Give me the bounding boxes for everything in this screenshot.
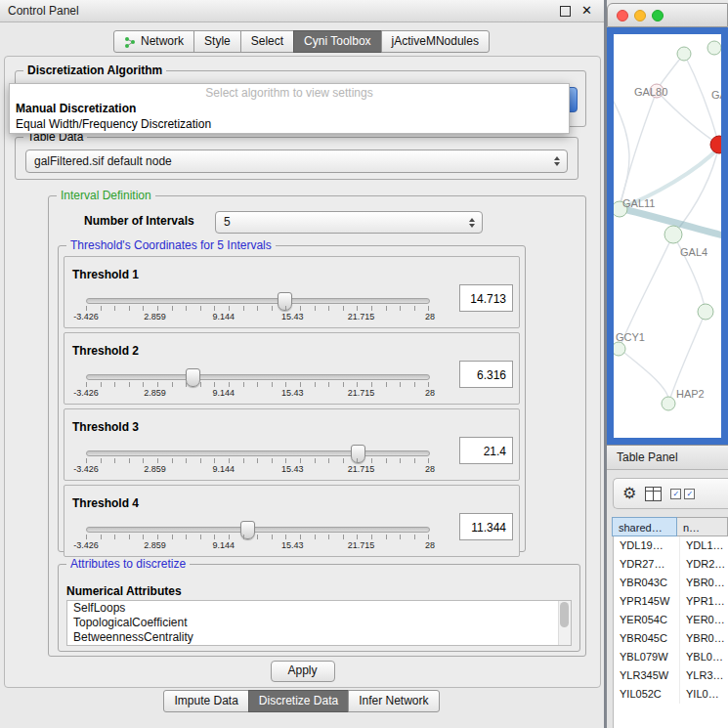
threshold-4-panel: Threshold 4 -3.4262.8599.14415.4321.7152…	[64, 485, 520, 557]
popup-item-equal-width-frequency[interactable]: Equal Width/Frequency Discretization	[10, 116, 569, 132]
tick-label: 9.144	[213, 312, 236, 321]
network-canvas[interactable]: GAL80 GA GAL11 GAL4 GCY1 HAP2	[614, 34, 721, 438]
tab-cyni-toolbox[interactable]: Cyni Toolbox	[293, 30, 381, 53]
network-node[interactable]	[614, 342, 625, 356]
table-cell[interactable]: YLR345W	[614, 666, 679, 685]
tick-label: 28	[425, 388, 435, 398]
threshold-3-slider[interactable]: -3.4262.8599.14415.4321.71528	[86, 445, 430, 476]
tab-infer-network[interactable]: Infer Network	[348, 690, 439, 712]
minimize-traffic-light[interactable]	[634, 10, 646, 21]
tick-label: -3.426	[73, 540, 99, 550]
network-node[interactable]	[664, 226, 682, 243]
list-item[interactable]: BetweennessCentrality	[67, 630, 571, 645]
discretization-algorithm-label: Discretization Algorithm	[23, 64, 166, 77]
table-cell[interactable]: YBL079W	[614, 648, 679, 666]
close-icon[interactable]: ✕	[581, 3, 592, 18]
table-cell[interactable]: YIL0…	[679, 685, 728, 704]
float-window-icon[interactable]	[560, 6, 571, 17]
table-cell[interactable]: YBR045C	[614, 629, 679, 648]
gear-icon[interactable]: ⚙	[622, 486, 636, 501]
close-traffic-light[interactable]	[617, 10, 628, 21]
tick-label: 9.144	[213, 464, 236, 474]
column-header-shared-name[interactable]: shared…	[612, 517, 677, 536]
network-node[interactable]	[707, 41, 721, 55]
table-row[interactable]: YDR27…YDR2…	[614, 555, 728, 574]
table-row[interactable]: YBR043CYBR0…	[614, 574, 728, 592]
slider-track[interactable]	[86, 527, 430, 533]
zoom-traffic-light[interactable]	[652, 10, 664, 21]
slider-ticks	[86, 382, 430, 387]
node-label-gal11: GAL11	[622, 197, 655, 209]
table-row[interactable]: YLR345WYLR3…	[614, 666, 728, 685]
table-cell[interactable]: YIL052C	[614, 685, 679, 704]
table-row[interactable]: YPR145WYPR1…	[614, 592, 728, 611]
network-view-window: GAL80 GA GAL11 GAL4 GCY1 HAP2	[607, 3, 728, 445]
slider-ticks	[86, 306, 430, 311]
network-node[interactable]	[698, 304, 713, 320]
tab-impute-data[interactable]: Impute Data	[163, 690, 248, 712]
columns-icon[interactable]	[645, 487, 662, 501]
tab-select[interactable]: Select	[240, 30, 294, 53]
network-window-titlebar[interactable]	[607, 3, 728, 27]
table-row[interactable]: YBL079WYBL0…	[614, 648, 728, 666]
table-panel-titlebar[interactable]: Table Panel	[607, 445, 728, 470]
table-cell[interactable]: YLR3…	[679, 666, 728, 685]
table-cell[interactable]: YDL1…	[679, 536, 728, 555]
table-cell[interactable]: YDR27…	[614, 555, 679, 574]
tab-discretize-data[interactable]: Discretize Data	[248, 690, 349, 712]
slider-track[interactable]	[86, 374, 430, 380]
threshold-2-slider[interactable]: -3.4262.8599.14415.4321.71528	[86, 368, 430, 400]
checkbox-icon[interactable]: ✓	[684, 489, 695, 499]
slider-track[interactable]	[86, 298, 430, 304]
network-node-red[interactable]	[710, 136, 721, 153]
list-item[interactable]: SelfLoops	[67, 601, 571, 616]
table-cell[interactable]: YER0…	[679, 611, 728, 629]
node-table-body[interactable]: YDL19…YDL1…YDR27…YDR2…YBR043CYBR0…YPR145…	[613, 536, 728, 728]
tick-label: 28	[425, 540, 435, 550]
table-cell[interactable]: YBR0…	[679, 574, 728, 592]
table-cell[interactable]: YBR043C	[614, 574, 679, 592]
threshold-1-value-field[interactable]: 14.713	[459, 284, 513, 312]
popup-item-manual-discretization[interactable]: Manual Discretization	[10, 101, 569, 116]
network-node[interactable]	[662, 397, 675, 410]
table-cell[interactable]: YPR1…	[679, 592, 728, 611]
list-item[interactable]: TopologicalCoefficient	[67, 616, 571, 630]
control-panel-titlebar: Control Panel ✕	[0, 0, 604, 22]
table-row[interactable]: YDL19…YDL1…	[614, 536, 728, 555]
algorithm-dropdown-popup: Select algorithm to view settings Manual…	[9, 83, 570, 134]
number-of-intervals-combobox[interactable]: 5	[215, 211, 483, 234]
table-cell[interactable]: YBR0…	[679, 629, 728, 648]
tab-network[interactable]: Network	[113, 30, 194, 53]
apply-button[interactable]: Apply	[271, 661, 335, 682]
threshold-3-value-field[interactable]: 21.4	[459, 437, 513, 464]
table-row[interactable]: YER054CYER0…	[614, 611, 728, 629]
table-cell[interactable]: YBL0…	[679, 648, 728, 666]
threshold-4-slider[interactable]: -3.4262.8599.14415.4321.71528	[86, 521, 430, 552]
column-header-name[interactable]: n…	[676, 517, 728, 536]
threshold-3-label: Threshold 3	[72, 420, 139, 434]
table-cell[interactable]: YDL19…	[614, 536, 679, 555]
cyni-toolbox-panel: Discretization Algorithm Select algorith…	[4, 56, 601, 688]
list-scrollbar[interactable]	[558, 601, 571, 645]
threshold-4-value-field[interactable]: 11.344	[459, 513, 513, 540]
node-table-header: shared… n…	[613, 517, 728, 536]
tab-jactivemnodules[interactable]: jActiveMNodules	[381, 30, 490, 53]
table-row[interactable]: YIL052CYIL0…	[614, 685, 728, 704]
attributes-group-label: Attributes to discretize	[66, 557, 190, 571]
table-cell[interactable]: YPR145W	[614, 592, 679, 611]
numerical-attributes-list[interactable]: SelfLoopsTopologicalCoefficientBetweenne…	[66, 600, 572, 646]
slider-track[interactable]	[86, 450, 430, 456]
table-cell[interactable]: YER054C	[614, 611, 679, 629]
network-node[interactable]	[677, 47, 691, 61]
scrollbar-thumb[interactable]	[560, 602, 569, 627]
tab-style[interactable]: Style	[193, 30, 241, 53]
threshold-1-slider[interactable]: -3.4262.8599.14415.4321.71528	[86, 292, 430, 323]
table-cell[interactable]: YDR2…	[679, 555, 728, 574]
table-data-combobox[interactable]: galFiltered.sif default node	[25, 150, 568, 173]
interval-definition-group: Interval Definition Number of Intervals …	[48, 195, 586, 657]
table-row[interactable]: YBR045CYBR0…	[614, 629, 728, 648]
threshold-2-value-field[interactable]: 6.316	[459, 361, 513, 388]
threshold-1-label: Threshold 1	[72, 268, 139, 281]
threshold-2-label: Threshold 2	[72, 344, 139, 358]
checkbox-icon[interactable]: ✓	[670, 489, 681, 499]
